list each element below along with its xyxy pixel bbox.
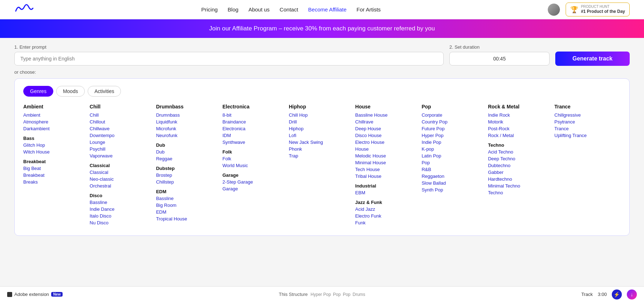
- genre-item[interactable]: Deep Techno: [488, 156, 550, 161]
- tab-activities[interactable]: Activities: [88, 86, 121, 97]
- genre-item[interactable]: Synth Pop: [421, 187, 484, 193]
- genre-item[interactable]: Bassline: [90, 200, 152, 205]
- tab-moods[interactable]: Moods: [56, 86, 85, 97]
- genre-item[interactable]: IDM: [223, 133, 285, 138]
- genre-item[interactable]: Tribal House: [355, 174, 418, 179]
- genre-item[interactable]: Electro House: [355, 140, 418, 145]
- genre-item[interactable]: House: [355, 146, 418, 152]
- genre-item[interactable]: Hyper Pop: [421, 133, 484, 138]
- genre-item[interactable]: New Jack Swing: [289, 140, 351, 145]
- genre-item[interactable]: Breakbeat: [23, 172, 86, 178]
- genre-item[interactable]: World Music: [223, 163, 285, 168]
- genre-item[interactable]: Synthwave: [223, 140, 285, 145]
- genre-item[interactable]: Indie Dance: [90, 206, 152, 212]
- prompt-input[interactable]: [14, 52, 444, 65]
- genre-item[interactable]: Acid Jazz: [355, 206, 418, 212]
- genre-item[interactable]: 8-bit: [223, 112, 285, 118]
- genre-item[interactable]: Reggaeton: [421, 174, 484, 179]
- nav-pricing[interactable]: Pricing: [201, 6, 218, 13]
- genre-item[interactable]: Chillstep: [156, 179, 218, 185]
- genre-item[interactable]: Breaks: [23, 179, 86, 185]
- genre-item[interactable]: Neo-classic: [90, 176, 152, 182]
- genre-item[interactable]: Chillgressive: [555, 112, 617, 118]
- adobe-extension-badge[interactable]: Adobe extension New: [7, 292, 63, 297]
- genre-item[interactable]: Big Room: [156, 203, 218, 208]
- genre-item[interactable]: Brostep: [156, 172, 218, 178]
- genre-item[interactable]: Tech House: [355, 167, 418, 172]
- genre-item[interactable]: Tropical House: [156, 216, 218, 221]
- genre-item[interactable]: Deep House: [355, 126, 418, 131]
- nav-become-affiliate[interactable]: Become Affiliate: [308, 6, 346, 13]
- genre-item[interactable]: Liquidfunk: [156, 119, 218, 125]
- genre-item[interactable]: Minimal House: [355, 160, 418, 165]
- genre-item[interactable]: Disco House: [355, 133, 418, 138]
- genre-item[interactable]: Bassline House: [355, 112, 418, 118]
- duration-input[interactable]: [449, 52, 550, 65]
- genre-item[interactable]: Latin Pop: [421, 153, 484, 159]
- genre-item[interactable]: Ambient: [23, 112, 86, 118]
- genre-item[interactable]: Dubtechno: [488, 163, 550, 168]
- nav-contact[interactable]: Contact: [280, 6, 298, 13]
- genre-item[interactable]: Chillout: [90, 119, 152, 125]
- genre-item[interactable]: K-pop: [421, 146, 484, 152]
- genre-item[interactable]: EDM: [156, 209, 218, 215]
- genre-item[interactable]: Garage: [223, 186, 285, 191]
- genre-item[interactable]: Big Beat: [23, 166, 86, 171]
- genre-item[interactable]: Reggae: [156, 156, 218, 161]
- genre-item[interactable]: Lofi: [289, 133, 351, 138]
- genre-item[interactable]: Psytrance: [555, 119, 617, 125]
- genre-item[interactable]: Trap: [289, 153, 351, 159]
- genre-item[interactable]: 2-Step Garage: [223, 179, 285, 185]
- affiliate-banner[interactable]: Join our Affiliate Program – receive 30%…: [0, 19, 644, 38]
- nav-blog[interactable]: Blog: [228, 6, 238, 13]
- generate-button[interactable]: Generate track: [555, 52, 630, 66]
- genre-item[interactable]: Darkambient: [23, 126, 86, 131]
- genre-item[interactable]: Braindance: [223, 119, 285, 125]
- genre-item[interactable]: Funk: [355, 220, 418, 225]
- genre-item[interactable]: Drill: [289, 119, 351, 125]
- genre-item[interactable]: Phonk: [289, 146, 351, 152]
- genre-item[interactable]: Motorik: [488, 119, 550, 125]
- nav-about[interactable]: About us: [248, 6, 269, 13]
- genre-item[interactable]: Chillwave: [90, 126, 152, 131]
- genre-item[interactable]: R&B: [421, 167, 484, 172]
- genre-item[interactable]: Vaporwave: [90, 153, 152, 159]
- genre-item[interactable]: Minimal Techno: [488, 183, 550, 189]
- genre-item[interactable]: Post-Rock: [488, 126, 550, 131]
- genre-item[interactable]: Corporate: [421, 112, 484, 118]
- genre-item[interactable]: Chill Hop: [289, 112, 351, 118]
- genre-item[interactable]: Atmosphere: [23, 119, 86, 125]
- genre-item[interactable]: Melodic House: [355, 153, 418, 159]
- genre-item[interactable]: Folk: [223, 156, 285, 161]
- genre-item[interactable]: Hardtechno: [488, 176, 550, 182]
- genre-item[interactable]: Psychill: [90, 146, 152, 152]
- tab-genres[interactable]: Genres: [23, 86, 53, 97]
- genre-item[interactable]: Acid Techno: [488, 149, 550, 155]
- genre-item[interactable]: EBM: [355, 190, 418, 195]
- genre-item[interactable]: Electro Funk: [355, 213, 418, 219]
- genre-item[interactable]: Drumnbass: [156, 112, 218, 118]
- genre-item[interactable]: Country Pop: [421, 119, 484, 125]
- genre-item[interactable]: Downtempo: [90, 133, 152, 138]
- genre-item[interactable]: Italo Disco: [90, 213, 152, 219]
- genre-item[interactable]: Lounge: [90, 140, 152, 145]
- genre-item[interactable]: Indie Pop: [421, 140, 484, 145]
- genre-item[interactable]: Orchestral: [90, 183, 152, 189]
- genre-item[interactable]: Electronica: [223, 126, 285, 131]
- product-hunt-badge[interactable]: 🏆 PRODUCT HUNT #1 Product of the Day: [566, 3, 630, 16]
- genre-item[interactable]: Dub: [156, 149, 218, 155]
- genre-item[interactable]: Microfunk: [156, 126, 218, 131]
- genre-item[interactable]: Slow Ballad: [421, 180, 484, 186]
- genre-item[interactable]: Indie Rock: [488, 112, 550, 118]
- genre-item[interactable]: Uplifting Trance: [555, 133, 617, 138]
- genre-item[interactable]: Witch House: [23, 149, 86, 155]
- genre-item[interactable]: Neurofunk: [156, 133, 218, 138]
- genre-item[interactable]: Glitch Hop: [23, 142, 86, 148]
- genre-item[interactable]: Pop: [421, 160, 484, 165]
- lightning-button[interactable]: ⚡: [612, 289, 622, 299]
- genre-item[interactable]: Bassline: [156, 196, 218, 201]
- genre-item[interactable]: Techno: [488, 190, 550, 195]
- avatar[interactable]: [548, 4, 560, 16]
- genre-item[interactable]: Hiphop: [289, 126, 351, 131]
- genre-item[interactable]: Gabber: [488, 170, 550, 175]
